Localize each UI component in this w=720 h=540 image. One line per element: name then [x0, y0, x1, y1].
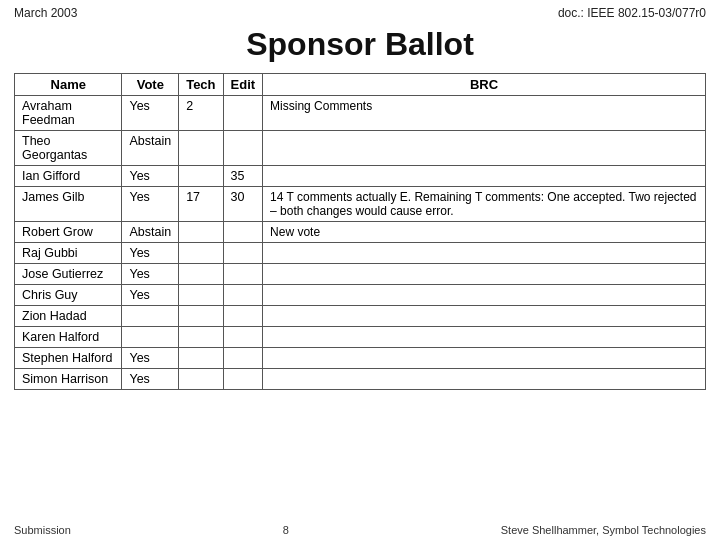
- sponsor-ballot-table: Name Vote Tech Edit BRC Avraham FeedmanY…: [14, 73, 706, 390]
- cell-tech: [179, 243, 223, 264]
- cell-brc: [263, 131, 706, 166]
- footer-right: Steve Shellhammer, Symbol Technologies: [501, 524, 706, 536]
- cell-name: Ian Gifford: [15, 166, 122, 187]
- cell-vote: Yes: [122, 369, 179, 390]
- cell-brc: Missing Comments: [263, 96, 706, 131]
- table-row: Simon HarrisonYes: [15, 369, 706, 390]
- cell-tech: [179, 348, 223, 369]
- cell-vote: Yes: [122, 187, 179, 222]
- cell-brc: [263, 327, 706, 348]
- cell-brc: New vote: [263, 222, 706, 243]
- cell-edit: 30: [223, 187, 263, 222]
- table-row: Robert GrowAbstainNew vote: [15, 222, 706, 243]
- cell-vote: Abstain: [122, 131, 179, 166]
- cell-tech: 17: [179, 187, 223, 222]
- cell-tech: [179, 166, 223, 187]
- table-row: James GilbYes173014 T comments actually …: [15, 187, 706, 222]
- cell-vote: [122, 306, 179, 327]
- cell-tech: [179, 306, 223, 327]
- cell-edit: [223, 348, 263, 369]
- cell-name: James Gilb: [15, 187, 122, 222]
- cell-edit: [223, 306, 263, 327]
- table-row: Theo GeorgantasAbstain: [15, 131, 706, 166]
- col-header-tech: Tech: [179, 74, 223, 96]
- col-header-vote: Vote: [122, 74, 179, 96]
- cell-name: Theo Georgantas: [15, 131, 122, 166]
- cell-brc: [263, 285, 706, 306]
- cell-tech: [179, 285, 223, 306]
- cell-edit: [223, 264, 263, 285]
- footer-left: Submission: [14, 524, 71, 536]
- cell-name: Jose Gutierrez: [15, 264, 122, 285]
- table-row: Avraham FeedmanYes2Missing Comments: [15, 96, 706, 131]
- cell-name: Karen Halford: [15, 327, 122, 348]
- table-row: Raj GubbiYes: [15, 243, 706, 264]
- cell-vote: Yes: [122, 285, 179, 306]
- table-row: Chris GuyYes: [15, 285, 706, 306]
- cell-vote: Abstain: [122, 222, 179, 243]
- cell-edit: [223, 369, 263, 390]
- cell-tech: [179, 327, 223, 348]
- cell-brc: [263, 369, 706, 390]
- cell-edit: [223, 131, 263, 166]
- cell-brc: [263, 306, 706, 327]
- cell-tech: [179, 222, 223, 243]
- cell-name: Stephen Halford: [15, 348, 122, 369]
- footer: Submission 8 Steve Shellhammer, Symbol T…: [0, 524, 720, 536]
- cell-brc: 14 T comments actually E. Remaining T co…: [263, 187, 706, 222]
- cell-tech: 2: [179, 96, 223, 131]
- cell-tech: [179, 369, 223, 390]
- table-row: Zion Hadad: [15, 306, 706, 327]
- cell-name: Avraham Feedman: [15, 96, 122, 131]
- cell-name: Raj Gubbi: [15, 243, 122, 264]
- cell-vote: Yes: [122, 348, 179, 369]
- cell-tech: [179, 264, 223, 285]
- cell-brc: [263, 166, 706, 187]
- table-row: Jose GutierrezYes: [15, 264, 706, 285]
- header-left: March 2003: [14, 6, 77, 20]
- table-row: Ian GiffordYes35: [15, 166, 706, 187]
- col-header-name: Name: [15, 74, 122, 96]
- table-row: Stephen HalfordYes: [15, 348, 706, 369]
- col-header-edit: Edit: [223, 74, 263, 96]
- col-header-brc: BRC: [263, 74, 706, 96]
- cell-brc: [263, 348, 706, 369]
- cell-name: Simon Harrison: [15, 369, 122, 390]
- cell-vote: Yes: [122, 264, 179, 285]
- cell-vote: Yes: [122, 166, 179, 187]
- page-title: Sponsor Ballot: [0, 22, 720, 73]
- cell-name: Zion Hadad: [15, 306, 122, 327]
- cell-name: Chris Guy: [15, 285, 122, 306]
- header-right: doc.: IEEE 802.15-03/077r0: [558, 6, 706, 20]
- cell-edit: [223, 243, 263, 264]
- footer-center: 8: [283, 524, 289, 536]
- cell-edit: [223, 285, 263, 306]
- cell-brc: [263, 264, 706, 285]
- cell-tech: [179, 131, 223, 166]
- cell-name: Robert Grow: [15, 222, 122, 243]
- main-table-wrap: Name Vote Tech Edit BRC Avraham FeedmanY…: [0, 73, 720, 390]
- cell-vote: Yes: [122, 96, 179, 131]
- cell-edit: [223, 96, 263, 131]
- table-header-row: Name Vote Tech Edit BRC: [15, 74, 706, 96]
- cell-edit: 35: [223, 166, 263, 187]
- cell-vote: Yes: [122, 243, 179, 264]
- cell-edit: [223, 327, 263, 348]
- cell-brc: [263, 243, 706, 264]
- cell-vote: [122, 327, 179, 348]
- table-row: Karen Halford: [15, 327, 706, 348]
- cell-edit: [223, 222, 263, 243]
